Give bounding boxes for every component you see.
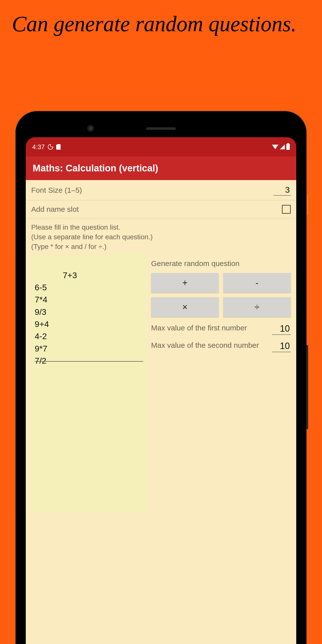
phone-power-button [307,195,308,215]
font-size-input[interactable] [274,184,291,196]
question-list-input[interactable]: 7+3 6-5 7*4 9/3 9+4 4-2 9*7 7/2 [31,254,147,512]
app-title: Maths: Calculation (vertical) [33,163,158,174]
app-screen: 4:37 Maths: Calculation (vertical) Font … [26,137,296,644]
battery-icon [286,144,290,150]
font-size-label: Font Size (1–5) [31,186,82,194]
status-bar: 4:37 [26,137,296,156]
op-plus-button[interactable]: + [151,273,219,293]
max-first-input[interactable] [272,323,291,335]
max-second-input[interactable] [272,340,291,352]
phone-camera [87,125,94,132]
name-slot-row: Add name slot [26,200,296,218]
phone-side-button [306,345,308,429]
wifi-icon [272,145,278,149]
max-second-label: Max value of the second number [151,340,268,350]
app-title-bar: Maths: Calculation (vertical) [26,156,296,180]
question-list-text: 7+3 6-5 7*4 9/3 9+4 4-2 9*7 7/2 [35,270,77,365]
name-slot-checkbox[interactable] [282,205,291,214]
phone-frame: 4:37 Maths: Calculation (vertical) Font … [15,111,307,644]
sync-icon [48,144,53,150]
generate-panel: Generate random question + - × ÷ Max val… [151,254,291,512]
instructions-text: Please fill in the question list. (Use a… [26,218,296,254]
question-list-cursor-line [35,361,143,362]
op-divide-button[interactable]: ÷ [223,297,291,317]
sd-card-icon [56,144,61,150]
op-minus-button[interactable]: - [223,273,291,293]
name-slot-label: Add name slot [31,205,79,214]
max-first-label: Max value of the first number [151,323,268,333]
op-times-button[interactable]: × [151,297,219,317]
signal-icon [280,144,285,149]
generate-title: Generate random question [151,258,291,269]
phone-speaker [146,127,176,130]
content-area: Font Size (1–5) Add name slot Please fil… [26,180,296,644]
status-time: 4:37 [32,143,45,151]
font-size-row: Font Size (1–5) [26,180,296,200]
promo-headline: Can generate random questions. [12,10,296,38]
